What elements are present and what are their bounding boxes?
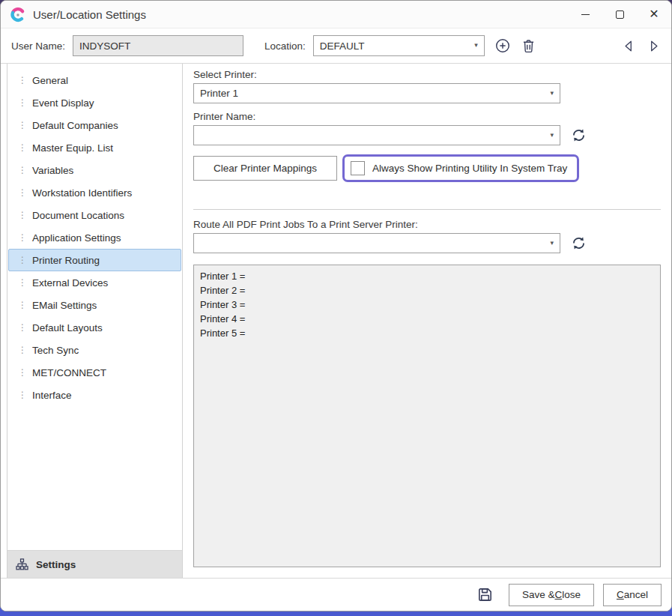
grip-dots-icon: ⋮ [18,143,22,152]
sidebar-item-label: Application Settings [32,232,121,244]
desktop-background: User/Location Settings ✕ User Name: INDY… [0,0,672,616]
main-area: ⋮General⋮Event Display⋮Default Companies… [1,64,671,578]
printer-name-dropdown[interactable]: ▾ [193,125,560,145]
user-name-label: User Name: [11,40,65,52]
sidebar-item-event-display[interactable]: ⋮Event Display [8,91,181,114]
user-location-settings-window: User/Location Settings ✕ User Name: INDY… [0,0,672,612]
minimize-button[interactable] [568,1,602,28]
close-button[interactable]: ✕ [637,1,671,28]
save-close-text-post: lose [562,589,581,600]
sidebar-item-workstation-identifiers[interactable]: ⋮Workstation Identifiers [8,181,181,204]
location-value: DEFAULT [320,40,365,52]
maximize-button[interactable] [602,1,637,28]
chevron-down-icon: ▾ [550,240,554,247]
sidebar-item-general[interactable]: ⋮General [8,69,181,91]
grip-dots-icon: ⋮ [18,188,22,197]
grip-dots-icon: ⋮ [18,278,22,287]
sidebar-item-master-equip-list[interactable]: ⋮Master Equip. List [8,136,181,159]
grip-dots-icon: ⋮ [18,256,22,265]
sidebar-item-label: EMail Settings [32,300,97,311]
grip-dots-icon: ⋮ [18,98,22,107]
grip-dots-icon: ⋮ [18,76,22,85]
sitemap-icon [15,558,29,572]
section-divider [193,209,661,210]
select-printer-label: Select Printer: [193,69,661,80]
grip-dots-icon: ⋮ [18,345,22,354]
chevron-down-icon: ▾ [550,90,554,97]
refresh-route-printer-button[interactable] [571,235,587,251]
sidebar-item-label: Tech Sync [32,345,79,356]
sidebar-item-tech-sync[interactable]: ⋮Tech Sync [8,339,181,361]
plus-circle-icon [494,37,511,54]
chevron-down-icon: ▾ [474,42,478,49]
add-location-button[interactable] [494,37,511,54]
select-printer-value: Printer 1 [200,88,238,99]
close-icon: ✕ [649,8,659,20]
grip-dots-icon: ⋮ [18,368,22,377]
user-name-value: INDYSOFT [79,40,130,52]
toolbar: User Name: INDYSOFT Location: DEFAULT ▾ [1,28,671,64]
sidebar-item-label: Event Display [32,97,94,109]
user-name-input[interactable]: INDYSOFT [73,35,243,56]
sidebar-item-interface[interactable]: ⋮Interface [8,384,181,406]
printer-name-label: Printer Name: [193,111,661,122]
sidebar-item-label: External Devices [32,277,108,289]
refresh-icon [571,127,587,143]
save-button[interactable] [476,586,494,603]
location-select[interactable]: DEFAULT ▾ [313,35,485,56]
floppy-disk-icon [476,586,494,603]
sidebar-item-default-companies[interactable]: ⋮Default Companies [8,114,181,136]
sidebar-item-label: Workstation Identifiers [32,187,132,199]
window-controls: ✕ [568,1,671,28]
refresh-icon [571,235,587,251]
grip-dots-icon: ⋮ [18,301,22,309]
route-pdf-dropdown[interactable]: ▾ [193,233,560,253]
sidebar-item-label: General [32,75,68,86]
sidebar-item-label: Master Equip. List [32,142,113,154]
tray-checkbox-label: Always Show Printing Utility In System T… [372,163,567,174]
route-pdf-label: Route All PDF Print Jobs To a Print Serv… [193,219,661,230]
footer-bar: Save & Close Cancel [1,578,671,611]
sidebar-nav: ⋮General⋮Event Display⋮Default Companies… [7,64,182,550]
sidebar-item-document-locations[interactable]: ⋮Document Locations [8,204,181,226]
sidebar-item-printer-routing[interactable]: ⋮Printer Routing [8,249,181,271]
save-close-text: Save & [522,589,555,600]
sidebar-item-external-devices[interactable]: ⋮External Devices [8,271,181,294]
grip-dots-icon: ⋮ [18,211,22,220]
sidebar-item-label: Printer Routing [32,255,100,266]
select-printer-dropdown[interactable]: Printer 1 ▾ [193,83,560,103]
sidebar-item-label: Document Locations [32,210,124,221]
delete-location-button[interactable] [521,38,536,54]
previous-record-button[interactable] [622,39,636,53]
grip-dots-icon: ⋮ [18,166,22,175]
clear-printer-mappings-button[interactable]: Clear Printer Mappings [193,156,337,181]
sidebar-item-application-settings[interactable]: ⋮Application Settings [8,226,181,249]
trash-icon [521,38,536,54]
sidebar-item-label: Default Layouts [32,322,103,333]
save-and-close-button[interactable]: Save & Close [509,584,594,606]
grip-dots-icon: ⋮ [18,233,22,242]
grip-dots-icon: ⋮ [18,121,22,130]
cancel-button[interactable]: Cancel [603,584,662,606]
cancel-text-post: ancel [624,589,648,600]
sidebar-item-variables[interactable]: ⋮Variables [8,159,181,181]
content-panel: Select Printer: Printer 1 ▾ Printer Name… [183,64,671,578]
chevron-down-icon: ▾ [550,132,554,139]
grip-dots-icon: ⋮ [18,390,22,399]
sidebar-item-default-layouts[interactable]: ⋮Default Layouts [8,316,181,339]
sidebar-item-label: Interface [32,390,72,401]
cancel-accesskey: C [617,589,624,600]
sidebar-footer-label: Settings [36,559,76,570]
sidebar-item-met-connect[interactable]: ⋮MET/CONNECT [8,361,181,384]
refresh-printer-list-button[interactable] [571,127,587,143]
tray-checkbox-group: Always Show Printing Utility In System T… [342,154,579,182]
maximize-icon [616,10,624,19]
window-title: User/Location Settings [33,8,146,21]
sidebar-footer-settings[interactable]: Settings [7,550,182,578]
printer-mappings-textarea[interactable]: Printer 1 = Printer 2 = Printer 3 = Prin… [193,265,661,567]
save-close-accesskey: C [554,589,562,600]
grip-dots-icon: ⋮ [18,323,22,332]
tray-checkbox[interactable] [351,161,365,175]
next-record-button[interactable] [647,39,661,53]
sidebar-item-email-settings[interactable]: ⋮EMail Settings [8,294,181,316]
